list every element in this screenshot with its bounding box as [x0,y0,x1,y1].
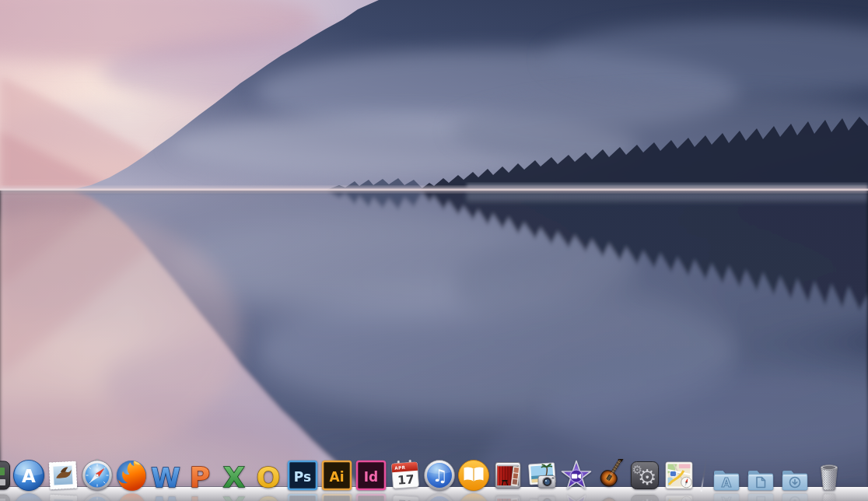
maps-icon [663,459,695,492]
system-preferences-gears-icon: ⚙ ⚙ [628,459,661,492]
dock-item-excel[interactable]: X [218,459,250,492]
dock-item-trash[interactable] [813,459,845,492]
dock-item-imovie[interactable] [560,459,593,492]
photo-booth-icon [492,459,524,492]
svg-text:APR: APR [394,465,406,471]
svg-text:Ai: Ai [330,469,345,485]
iphoto-icon [526,459,558,492]
dock-item-iphoto[interactable] [526,459,558,492]
dock-item-maps[interactable] [663,459,695,492]
svg-text:⚙: ⚙ [632,463,642,477]
firefox-icon [115,459,148,492]
dock-item-garageband[interactable] [594,459,627,492]
ibooks-icon [457,459,490,492]
desktop: A [0,0,868,501]
dock-item-photo-booth[interactable] [492,459,524,492]
dock-item-itunes[interactable]: ♫ [423,459,456,492]
svg-text:O: O [257,461,281,492]
dock-item-downloads-folder[interactable] [779,459,811,492]
calendar-icon: APR 17 [389,459,422,492]
itunes-note-icon: ♫ [423,459,456,492]
dock-item-applications-folder[interactable]: A [710,459,743,492]
dock-item-outlook[interactable]: O [252,459,285,492]
safari-compass-icon [81,459,114,492]
dock-divider[interactable] [701,457,708,492]
svg-text:17: 17 [397,472,415,487]
illustrator-ai-icon: Ai [320,459,353,492]
dock-item-firefox[interactable] [115,459,148,492]
garageband-guitar-icon [594,459,627,492]
word-w-icon: W [149,459,182,492]
svg-text:Ps: Ps [294,469,311,485]
dock-item-indesign[interactable]: Id [355,459,387,492]
mail-stamp-icon [47,459,79,492]
dock-item-word[interactable]: W [149,459,182,492]
dock: A [0,445,868,501]
svg-text:W: W [151,462,180,492]
dock-item-ibooks[interactable] [457,459,490,492]
trash-icon [813,459,845,492]
photoshop-ps-icon: Ps [286,459,319,492]
applications-folder-icon: A [710,459,743,492]
wallpaper [0,0,868,501]
indesign-id-icon: Id [355,459,387,492]
dock-item-calendar[interactable]: APR 17 [389,459,422,492]
imovie-star-icon [560,459,593,492]
mission-control-icon [0,459,11,492]
downloads-folder-icon [779,459,811,492]
outlook-o-icon: O [252,459,285,492]
app-store-icon: A [12,459,45,492]
dock-item-mail[interactable] [47,459,79,492]
dock-item-system-preferences[interactable]: ⚙ ⚙ [628,459,661,492]
dock-item-mission-control[interactable] [0,459,11,492]
svg-text:Id: Id [364,469,379,485]
powerpoint-p-icon: P [184,459,216,492]
dock-item-powerpoint[interactable]: P [184,459,216,492]
svg-text:A: A [22,466,36,486]
excel-x-icon: X [218,459,250,492]
dock-item-illustrator[interactable]: Ai [320,459,353,492]
svg-text:A: A [722,475,732,490]
dock-item-safari[interactable] [81,459,114,492]
svg-text:X: X [223,461,245,492]
dock-items: A [0,457,845,492]
dock-item-documents-folder[interactable] [744,459,777,492]
dock-item-app-store[interactable]: A [12,459,45,492]
documents-folder-icon [744,459,777,492]
dock-item-photoshop[interactable]: Ps [286,459,319,492]
svg-text:P: P [190,461,210,492]
